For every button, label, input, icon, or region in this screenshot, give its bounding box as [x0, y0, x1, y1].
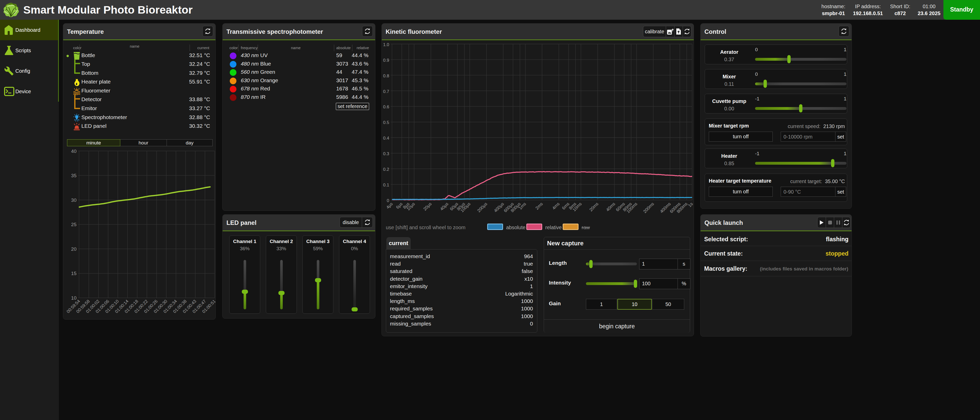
svg-text:0.2: 0.2	[383, 167, 389, 172]
svg-text:1.0: 1.0	[383, 42, 389, 47]
svg-text:40µs: 40µs	[439, 201, 449, 212]
svg-text:10: 10	[71, 295, 76, 301]
svg-text:20µs: 20µs	[422, 201, 433, 212]
svg-text:0.4: 0.4	[383, 136, 389, 141]
svg-text:25: 25	[71, 222, 76, 227]
svg-text:30: 30	[71, 198, 76, 203]
svg-text:0.6: 0.6	[383, 104, 389, 109]
svg-text:0.9: 0.9	[383, 58, 389, 63]
svg-text:400ms: 400ms	[659, 201, 672, 214]
svg-text:20ms: 20ms	[589, 201, 600, 212]
svg-text:400µs: 400µs	[493, 201, 505, 213]
svg-text:0.5: 0.5	[383, 120, 389, 125]
svg-text:40: 40	[71, 149, 76, 154]
svg-text:35: 35	[71, 173, 76, 178]
svg-text:0.1: 0.1	[383, 183, 389, 187]
svg-text:0.7: 0.7	[383, 89, 389, 94]
svg-text:1s: 1s	[687, 201, 694, 208]
svg-text:200ms: 200ms	[642, 201, 655, 214]
svg-text:6µs: 6µs	[395, 201, 404, 210]
svg-text:20: 20	[71, 246, 76, 252]
svg-text:0: 0	[387, 198, 389, 203]
svg-text:40ms: 40ms	[605, 201, 616, 212]
svg-text:15: 15	[71, 271, 76, 276]
svg-text:0.8: 0.8	[383, 73, 389, 78]
svg-text:0.3: 0.3	[383, 151, 389, 156]
svg-text:4ms: 4ms	[551, 201, 561, 211]
svg-text:200µs: 200µs	[476, 201, 488, 213]
svg-text:2ms: 2ms	[535, 201, 544, 211]
